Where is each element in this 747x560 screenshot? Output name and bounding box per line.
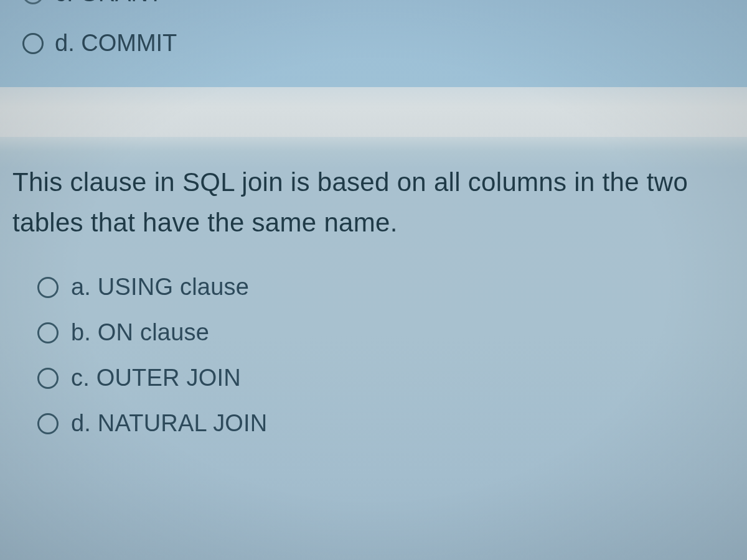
option-c-label: c. OUTER JOIN bbox=[71, 365, 241, 391]
option-a-label: a. USING clause bbox=[71, 274, 249, 301]
prev-option-c-label: c. GRANT bbox=[55, 0, 162, 7]
option-b[interactable]: b. ON clause bbox=[37, 319, 268, 346]
option-d-label: d. NATURAL JOIN bbox=[71, 410, 268, 437]
prev-option-c[interactable]: c. GRANT bbox=[22, 0, 162, 7]
radio-icon[interactable] bbox=[37, 413, 59, 434]
option-b-label: b. ON clause bbox=[71, 319, 209, 346]
option-d[interactable]: d. NATURAL JOIN bbox=[37, 410, 268, 437]
radio-icon[interactable] bbox=[22, 0, 44, 4]
radio-icon[interactable] bbox=[37, 322, 59, 343]
quiz-screen: c. GRANT d. COMMIT This clause in SQL jo… bbox=[0, 0, 747, 560]
prev-option-d-label: d. COMMIT bbox=[55, 30, 177, 57]
radio-icon[interactable] bbox=[22, 33, 44, 54]
question-text: This clause in SQL join is based on all … bbox=[12, 162, 747, 243]
option-a[interactable]: a. USING clause bbox=[37, 274, 268, 301]
options-group: a. USING clause b. ON clause c. OUTER JO… bbox=[37, 274, 268, 455]
radio-icon[interactable] bbox=[37, 277, 59, 298]
radio-icon[interactable] bbox=[37, 368, 59, 389]
question-line-2: tables that have the same name. bbox=[12, 202, 747, 243]
prev-option-d[interactable]: d. COMMIT bbox=[22, 30, 177, 57]
divider-band bbox=[0, 87, 747, 137]
option-c[interactable]: c. OUTER JOIN bbox=[37, 365, 268, 391]
question-line-1: This clause in SQL join is based on all … bbox=[12, 162, 747, 202]
